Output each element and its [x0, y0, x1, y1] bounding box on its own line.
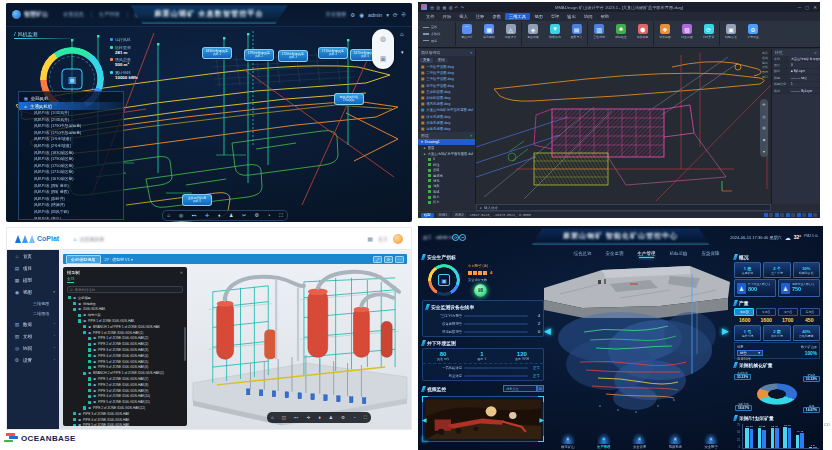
ribbon-button[interactable]: ◈ 测量成图: [522, 22, 544, 46]
fan-group-all[interactable]: ▦全部风机: [19, 94, 123, 102]
draw-tool[interactable]: 多段线: [423, 32, 452, 36]
ribbon-button[interactable]: ▤ 图形导入: [566, 22, 588, 46]
sidebar-item-collab[interactable]: ◎协同›: [7, 342, 59, 354]
measure-icon[interactable]: ⊷: [192, 213, 197, 218]
search-icon[interactable]: ⊙: [537, 385, 544, 392]
fullscreen-icon[interactable]: ⛶: [364, 415, 367, 420]
bottom-nav-item[interactable]: ▣视频系统: [668, 433, 682, 449]
zoom-icon[interactable]: ◎: [179, 213, 183, 218]
sidebar-item-models[interactable]: ▦模型: [7, 274, 59, 286]
ribbon-button[interactable]: ◬ 爆破设计: [500, 22, 522, 46]
checkbox-checked-icon[interactable]: [78, 314, 81, 317]
fan-list-item[interactable]: 风机列表 (探矿巷东): [19, 183, 123, 190]
draw-tool[interactable]: 圆弧: [423, 39, 452, 43]
annotation-toggle-icon[interactable]: [808, 213, 812, 217]
polar-toggle-icon[interactable]: [780, 213, 784, 217]
ribbon-button[interactable]: ▧ 批量出图: [676, 22, 698, 46]
collapse-chevron-icon[interactable]: ▾: [401, 49, 404, 55]
chevron-down-icon[interactable]: ▾: [386, 12, 389, 18]
layer-quick-item[interactable]: 视口: [762, 75, 768, 80]
sidebar-item-projects[interactable]: ▤项目: [7, 262, 59, 274]
fan-list-item[interactable]: 风机列表 (措施井): [19, 202, 123, 209]
checkbox-checked-icon[interactable]: [83, 325, 86, 328]
layer-item[interactable]: 排水: [418, 200, 475, 204]
checkbox-checked-icon[interactable]: [88, 389, 91, 392]
orbit-icon[interactable]: ◍: [762, 125, 766, 130]
pin-icon[interactable]: ▾: [470, 51, 472, 55]
output-tab[interactable]: 库存(t): [800, 308, 820, 316]
save-icon[interactable]: ▦: [443, 5, 447, 10]
tree-item[interactable]: ▣PIPE 5 of ZONE /D06-GDS-HAK: [63, 423, 187, 426]
home-icon[interactable]: ⌂: [73, 236, 76, 242]
pan-icon[interactable]: ✛: [205, 213, 209, 218]
mark-icon[interactable]: ♦: [318, 415, 320, 420]
sidebar-item-views[interactable]: ◉视图▾: [7, 286, 59, 298]
ribbon-tab[interactable]: 管理: [547, 13, 564, 20]
tunnel-tag[interactable]: 主井提升机房 风机 6: [182, 194, 212, 206]
checkbox-checked-icon[interactable]: [83, 372, 86, 375]
output-tab[interactable]: 本年(t): [778, 308, 798, 316]
layout-tab[interactable]: 布局2: [452, 213, 466, 218]
explorer-tab[interactable]: 文件: [420, 58, 433, 63]
back-icon[interactable]: ↩: [459, 234, 466, 241]
ribbon-tab[interactable]: 插入: [455, 13, 472, 20]
next-camera-arrow[interactable]: ▶: [539, 416, 544, 423]
layer-quick-item[interactable]: 道路: [762, 56, 768, 61]
roam-icon[interactable]: ♟: [229, 213, 233, 218]
home-icon[interactable]: ⌂: [167, 213, 170, 218]
video-monitor-card[interactable]: ◀ ▶: [422, 396, 544, 442]
sidebar-item-2d-sheets[interactable]: 二维图纸: [7, 308, 59, 318]
avatar[interactable]: [393, 234, 403, 244]
fullscreen-icon[interactable]: ⛶: [279, 213, 282, 218]
menu-item[interactable]: 生产管理: [92, 11, 128, 18]
output-tab[interactable]: 本日(t): [734, 308, 754, 316]
home-view-icon[interactable]: ⌂: [400, 31, 404, 37]
fan-list-item[interactable]: 风机列表 (1830采区巷): [19, 150, 123, 157]
fan-list-item[interactable]: 风机列表 (2号斜坡道): [19, 143, 123, 150]
pan-icon[interactable]: ✛: [762, 102, 765, 107]
checkbox-checked-icon[interactable]: [73, 424, 76, 426]
settings-icon[interactable]: ⚙: [341, 415, 345, 420]
more-icon[interactable]: ⋯: [395, 256, 404, 263]
scene-select[interactable]: 综合▾: [737, 350, 763, 356]
history-icon[interactable]: ◔: [268, 213, 271, 218]
view-compass-widget[interactable]: ◍ ▣: [372, 29, 394, 69]
print-icon[interactable]: ▧: [449, 5, 453, 10]
bottom-nav-item[interactable]: ▣安全管理: [632, 433, 646, 449]
nav-tab[interactable]: 生产管理: [638, 251, 656, 258]
maximize-icon[interactable]: ▢: [805, 5, 809, 10]
checkbox-checked-icon[interactable]: [73, 302, 76, 305]
ribbon-tab[interactable]: 开始: [439, 13, 456, 20]
fan-list-item[interactable]: 风机列表 (1750中段运输巷): [19, 130, 123, 137]
nav-tab[interactable]: 应急保障: [702, 251, 720, 258]
menu-item[interactable]: 全景总览: [56, 11, 92, 18]
sidebar-item-3d-view[interactable]: 三维视图: [7, 298, 59, 308]
ribbon-tab[interactable]: 输出: [563, 13, 580, 20]
fan-list-item[interactable]: 风机列表 (1790中段运输巷): [19, 123, 123, 130]
home-icon[interactable]: ⌂: [271, 415, 274, 420]
layout-tab[interactable]: 布局1: [436, 213, 450, 218]
checkbox-checked-icon[interactable]: [73, 412, 76, 415]
ribbon-tab[interactable]: 参数: [488, 13, 505, 20]
fan-list-item[interactable]: 风机列表 (井底): [19, 216, 123, 221]
nav-tab[interactable]: 机电运输: [670, 251, 688, 258]
explorer-tab[interactable]: 图纸: [435, 58, 448, 63]
ribbon-tab[interactable]: 三维工具: [505, 13, 530, 20]
ribbon-button[interactable]: ▦ 采场建模: [478, 22, 500, 46]
checkbox-checked-icon[interactable]: [83, 331, 86, 334]
checkbox-checked-icon[interactable]: [88, 401, 91, 404]
transparency-toggle-icon[interactable]: [802, 213, 806, 217]
redo-icon[interactable]: ↷: [461, 5, 464, 10]
layout-tab[interactable]: 模型: [421, 213, 434, 218]
rotate-left-arrow[interactable]: ◀: [544, 326, 551, 336]
gear-icon[interactable]: ⚙: [350, 12, 355, 18]
settings-icon[interactable]: ⚙: [255, 213, 259, 218]
orebody-3d-view[interactable]: [540, 254, 733, 420]
tunnel-tag[interactable]: 1710中段回风巷 风机 4: [318, 47, 348, 59]
draw-tool[interactable]: 直线: [423, 25, 452, 29]
breadcrumb-project[interactable]: 示范项目库: [80, 236, 105, 242]
tree-search-input[interactable]: ⊙搜索构件名称: [67, 286, 183, 293]
pin-icon[interactable]: ▾: [470, 134, 472, 138]
camera-icon[interactable]: ▣: [380, 55, 387, 63]
fan-list-item[interactable]: 风机列表 (2#回风井): [19, 117, 123, 124]
